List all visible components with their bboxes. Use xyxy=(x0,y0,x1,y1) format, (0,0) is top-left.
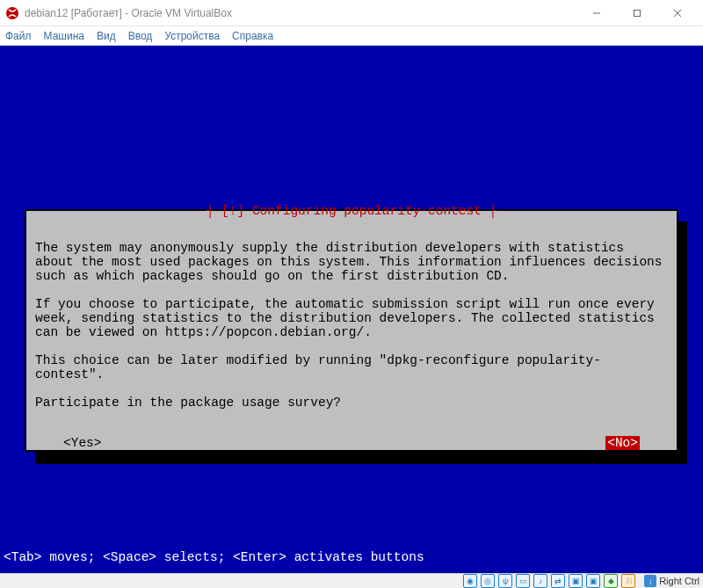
dialog-para1: The system may anonymously supply the di… xyxy=(35,241,670,283)
usb-icon[interactable]: ψ xyxy=(498,574,512,588)
network-icon[interactable]: ⇄ xyxy=(551,574,565,588)
hostkey-arrow-icon: ↓ xyxy=(644,575,656,587)
dialog-para3: This choice can be later modified by run… xyxy=(35,353,601,381)
window-titlebar: debian12 [Работает] - Oracle VM VirtualB… xyxy=(0,0,703,26)
recording-icon[interactable]: ▣ xyxy=(586,574,600,588)
popularity-contest-dialog: ┤ [!] Configuring popularity-contest ├ T… xyxy=(25,209,678,452)
dialog-body: The system may anonymously supply the di… xyxy=(35,227,668,424)
no-button[interactable]: <No> xyxy=(605,436,640,450)
virtualbox-icon xyxy=(5,6,19,20)
display-icon[interactable]: ▣ xyxy=(569,574,583,588)
menu-input[interactable]: Ввод xyxy=(128,30,153,42)
menu-help[interactable]: Справка xyxy=(232,30,273,42)
svg-rect-2 xyxy=(634,10,641,16)
vm-screen[interactable]: ┤ [!] Configuring popularity-contest ├ T… xyxy=(0,46,703,573)
menubar: Файл Машина Вид Ввод Устройства Справка xyxy=(0,26,703,46)
window-title: debian12 [Работает] - Oracle VM VirtualB… xyxy=(25,7,576,19)
menu-view[interactable]: Вид xyxy=(97,30,116,42)
statusbar: ◉ ◎ ψ ▭ ♪ ⇄ ▣ ▣ ◆ ⍓ ↓ Right Ctrl xyxy=(0,573,703,588)
dialog-title: ┤ [!] Configuring popularity-contest ├ xyxy=(35,204,668,218)
shared-folder-icon[interactable]: ▭ xyxy=(516,574,530,588)
cpu-icon[interactable]: ◆ xyxy=(604,574,618,588)
dialog-para2: If you choose to participate, the automa… xyxy=(35,297,663,339)
menu-file[interactable]: Файл xyxy=(5,30,32,42)
dialog-prompt: Participate in the package usage survey? xyxy=(35,396,341,410)
status-icons: ◉ ◎ ψ ▭ ♪ ⇄ ▣ ▣ ◆ ⍓ xyxy=(463,574,635,588)
host-key-label: Right Ctrl xyxy=(659,576,699,586)
close-button[interactable] xyxy=(657,0,698,26)
minimize-button[interactable] xyxy=(576,0,617,26)
optical-icon[interactable]: ◎ xyxy=(481,574,495,588)
host-key-indicator[interactable]: ↓ Right Ctrl xyxy=(644,575,699,587)
maximize-button[interactable] xyxy=(617,0,657,26)
mouse-icon[interactable]: ⍓ xyxy=(621,574,635,588)
window-controls xyxy=(576,0,698,26)
yes-button[interactable]: <Yes> xyxy=(63,436,102,450)
audio-icon[interactable]: ♪ xyxy=(533,574,547,588)
menu-devices[interactable]: Устройства xyxy=(164,30,220,42)
hdd-icon[interactable]: ◉ xyxy=(463,574,477,588)
svg-point-0 xyxy=(6,7,18,19)
key-hint-bar: <Tab> moves; <Space> selects; <Enter> ac… xyxy=(4,550,424,564)
dialog-buttons: <Yes> <No> xyxy=(35,436,668,450)
menu-machine[interactable]: Машина xyxy=(44,30,84,42)
